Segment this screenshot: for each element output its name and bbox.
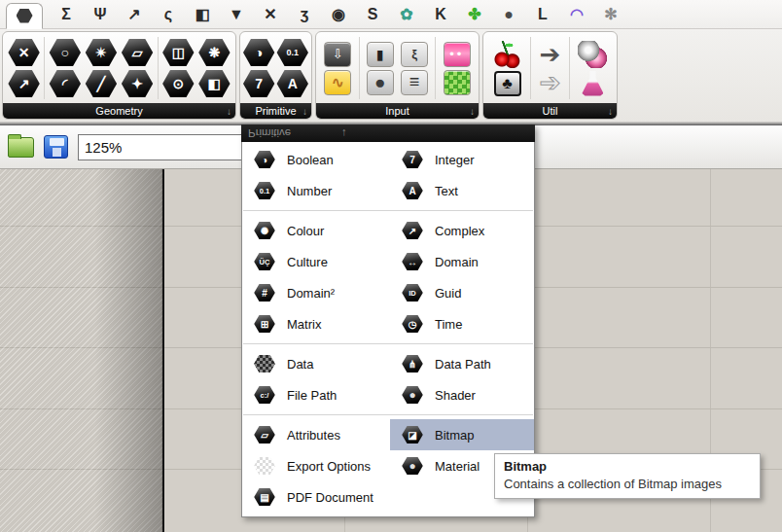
- panel-label-input[interactable]: Input ↓: [316, 103, 479, 119]
- gene-pool-icon[interactable]: [582, 71, 603, 96]
- menu-item-domain[interactable]: ↔Domain: [390, 246, 534, 277]
- chevron-down-icon: ↓: [608, 106, 613, 117]
- tab-turtle-plugin[interactable]: ✿: [396, 2, 417, 27]
- menu-item-number[interactable]: 0.1Number: [242, 175, 390, 206]
- tab-transform[interactable]: ʒ: [294, 2, 315, 27]
- zoom-input[interactable]: [78, 134, 245, 160]
- number-param-icon[interactable]: 0.1: [276, 39, 308, 67]
- tab-curve[interactable]: ς: [158, 2, 179, 27]
- line-param-icon[interactable]: ╱: [85, 70, 117, 98]
- menu-row: #Domain²IDGuid: [242, 277, 534, 308]
- icon-column: ••: [444, 42, 471, 95]
- menu-item-time[interactable]: ◷Time: [390, 308, 534, 339]
- menu-separator: [243, 343, 533, 344]
- panel-icon[interactable]: ▮: [367, 42, 394, 67]
- menu-header-label: Primitive: [248, 127, 291, 139]
- menu-item-label: Complex: [435, 224, 484, 238]
- integer-param-icon[interactable]: 7: [243, 70, 275, 98]
- tab-sets[interactable]: Ψ: [89, 2, 111, 27]
- panel-label-geometry[interactable]: Geometry ↓: [3, 103, 235, 119]
- panel-label-primitive[interactable]: Primitive ↓: [240, 103, 311, 119]
- tab-circle-plugin[interactable]: ●: [498, 2, 519, 27]
- menu-item-domain2[interactable]: #Domain²: [242, 277, 390, 308]
- menu-item-text[interactable]: AText: [390, 175, 534, 206]
- menu-item-boolean[interactable]: ◑Boolean: [242, 144, 390, 175]
- save-file-button[interactable]: [44, 135, 68, 159]
- tab-display[interactable]: ◉: [328, 2, 349, 27]
- tab-gear-plugin[interactable]: ✻: [600, 2, 622, 27]
- tab-arc-plugin[interactable]: ◠: [566, 2, 587, 27]
- data-icon: [254, 355, 275, 373]
- menu-row: ÜÇCulture↔Domain: [242, 246, 534, 277]
- chevron-down-icon: ↓: [227, 106, 231, 117]
- tab-surface[interactable]: ◧: [192, 2, 213, 27]
- boolean-param-icon[interactable]: ◑: [243, 39, 275, 67]
- menu-item-guid[interactable]: IDGuid: [390, 277, 534, 308]
- geometry-x-icon[interactable]: ✕: [8, 39, 40, 67]
- spiral-param-icon[interactable]: ✴: [85, 39, 117, 67]
- surface-param-icon[interactable]: ◧: [198, 70, 231, 98]
- menu-item-label: Boolean: [287, 153, 334, 167]
- tab-s-plugin[interactable]: S: [362, 2, 383, 27]
- integer-icon: 7: [402, 151, 423, 169]
- cylinder-param-icon[interactable]: ⊙: [162, 70, 195, 98]
- text-icon: A: [402, 182, 423, 200]
- menu-item-culture[interactable]: ÜÇCulture: [242, 246, 390, 277]
- value-list-icon[interactable]: ≡: [401, 70, 428, 95]
- graph-mapper-icon[interactable]: ξ: [401, 42, 428, 67]
- panel-label-text: Input: [385, 105, 409, 117]
- tab-kangaroo-plugin[interactable]: ✤: [464, 2, 485, 27]
- menu-item-integer[interactable]: 7Integer: [390, 144, 534, 175]
- menu-item-bitmap[interactable]: ◪Bitmap: [390, 419, 534, 450]
- galapagos-icon[interactable]: ♣: [494, 71, 521, 96]
- sketch-icon[interactable]: ∿: [324, 70, 351, 95]
- tab-mesh[interactable]: ▼: [226, 2, 247, 27]
- menu-item-pdf-document[interactable]: ▤PDF Document: [242, 481, 390, 513]
- icon-column: ♣: [493, 41, 522, 96]
- menu-item-matrix[interactable]: ⊞Matrix: [242, 308, 390, 339]
- tab-l-plugin[interactable]: L: [532, 2, 553, 27]
- menu-row: ◑Boolean7Integer: [242, 144, 534, 175]
- tab-params[interactable]: [6, 3, 43, 29]
- text-param-icon[interactable]: A: [276, 70, 308, 98]
- cherry-picker-icon[interactable]: [493, 41, 522, 68]
- icon-column: ○◜: [49, 39, 81, 98]
- menu-item-data-path[interactable]: ⋔Data Path: [390, 348, 534, 379]
- open-file-button[interactable]: [8, 137, 34, 158]
- tab-intersect[interactable]: ✕: [260, 2, 281, 27]
- menu-header[interactable]: Primitive ↓: [241, 124, 535, 142]
- cluster-output-icon[interactable]: ➔: [540, 70, 561, 95]
- fitness-landscape-icon[interactable]: [578, 41, 607, 68]
- knob-icon[interactable]: ●: [367, 70, 394, 95]
- box-param-icon[interactable]: ◫: [162, 39, 195, 67]
- plane-param-icon[interactable]: ▱: [122, 39, 154, 67]
- cluster-input-icon[interactable]: ➔: [540, 42, 561, 67]
- vector-param-icon[interactable]: ↗: [8, 70, 40, 98]
- panel-geometry: ✕↗○◜✴╱▱✦◫⊙❋◧ Geometry ↓: [2, 31, 236, 120]
- data-path-icon: ⋔: [402, 355, 423, 373]
- arc-param-icon[interactable]: ◜: [49, 70, 81, 98]
- tab-maths[interactable]: Σ: [55, 2, 77, 27]
- panel-divider: [44, 37, 45, 99]
- tooltip-title: Bitmap: [504, 459, 751, 474]
- kangaroo-plugin-icon: ✤: [468, 7, 480, 22]
- gradient-icon[interactable]: ••: [444, 42, 471, 67]
- menu-item-export-options[interactable]: Export Options: [242, 450, 390, 481]
- image-sampler-icon[interactable]: [444, 70, 471, 95]
- menu-item-file-path[interactable]: c:/File Path: [242, 379, 390, 410]
- point-param-icon[interactable]: ✦: [122, 70, 154, 98]
- menu-item-data[interactable]: Data: [242, 348, 390, 379]
- menu-item-complex[interactable]: ↗Complex: [390, 215, 534, 246]
- menu-item-attributes[interactable]: ▱Attributes: [242, 419, 390, 450]
- icon-column: ξ≡: [401, 42, 428, 95]
- circle-param-icon[interactable]: ○: [49, 39, 81, 67]
- circle-plugin-icon: ●: [504, 7, 514, 22]
- panel-label-util[interactable]: Util ↓: [483, 103, 617, 119]
- mesh-param-icon[interactable]: ❋: [198, 39, 231, 67]
- number-slider-icon[interactable]: ⇩: [324, 42, 351, 67]
- tab-k-plugin[interactable]: K: [430, 2, 451, 27]
- menu-item-colour[interactable]: ✺Colour: [242, 215, 390, 246]
- menu-item-shader[interactable]: ●Shader: [390, 379, 534, 410]
- menu-row: 0.1NumberAText: [242, 175, 534, 206]
- tab-vector[interactable]: ↗: [124, 2, 145, 27]
